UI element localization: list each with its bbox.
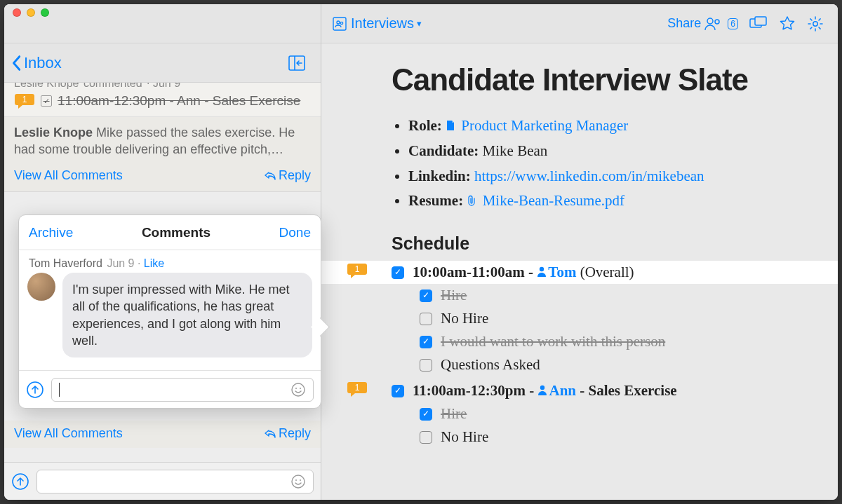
role-link[interactable]: Product Marketing Manager	[461, 117, 628, 134]
window-controls	[13, 8, 49, 17]
checkbox[interactable]	[420, 408, 432, 421]
share-button[interactable]: Share 6	[664, 13, 741, 34]
schedule-row[interactable]: 1 11:00am-12:30pm - Ann - Sales Exercise	[392, 379, 803, 402]
emoji-picker-button[interactable]	[290, 382, 306, 397]
option-hire[interactable]: Hire	[420, 402, 803, 425]
svg-point-22	[540, 386, 544, 390]
reply-link-2[interactable]: Reply	[265, 426, 311, 441]
sidebar-nav-bar: Inbox	[4, 43, 321, 83]
entry-actions: View All Comments Reply	[4, 163, 321, 191]
entry-todo: 11:00am-12:30pm - Ann - Sales Exercise	[41, 93, 311, 109]
like-button[interactable]: Like	[144, 257, 164, 269]
comment-meta: Tom Haverford Jun 9 · Like	[27, 257, 312, 273]
popover-body: Tom Haverford Jun 9 · Like I'm super imp…	[19, 250, 321, 357]
doc-icon	[446, 118, 459, 135]
entry-title-row: 1 11:00am-12:30pm - Ann - Sales Exercise	[4, 90, 321, 116]
view-all-comments-link[interactable]: View All Comments	[14, 168, 123, 183]
sidebar-header	[4, 4, 321, 43]
user-icon	[537, 264, 547, 280]
svg-point-12	[337, 21, 340, 24]
comments-popover: Archive Comments Done Tom Haverford Jun …	[18, 214, 321, 409]
checkbox[interactable]	[420, 336, 432, 348]
popover-header: Archive Comments Done	[19, 215, 321, 250]
user-icon	[537, 382, 547, 399]
send-up-icon	[11, 472, 29, 491]
avatar	[27, 273, 55, 301]
comment-count-badge[interactable]: 1	[14, 93, 35, 109]
user-tom-link[interactable]: Tom	[548, 264, 576, 280]
back-to-inbox[interactable]: Inbox	[11, 54, 62, 72]
chevron-down-icon: ▾	[417, 18, 422, 29]
checkbox[interactable]	[420, 313, 432, 325]
svg-point-4	[292, 475, 305, 488]
svg-text:1: 1	[22, 95, 27, 104]
popover-comment-input[interactable]	[51, 378, 314, 402]
reply-icon	[265, 170, 276, 180]
svg-point-13	[340, 22, 342, 24]
comment-bubble: I'm super impressed with Mike. He met al…	[62, 273, 312, 357]
resume-link[interactable]: Mike-Bean-Resume.pdf	[483, 192, 624, 209]
presentation-icon	[749, 16, 768, 32]
sidebar-collapse-button[interactable]	[284, 51, 309, 75]
sidebar: Inbox Leslie Knope commented · Jun 9	[4, 4, 321, 500]
svg-point-20	[540, 267, 544, 271]
send-button[interactable]	[11, 472, 29, 491]
option-nohire[interactable]: No Hire	[420, 307, 803, 330]
breadcrumb-interviews[interactable]: Interviews ▾	[333, 15, 422, 32]
option-questions[interactable]: Questions Asked	[420, 353, 803, 376]
schedule-item-ann: 1 11:00am-12:30pm - Ann - Sales Exercise…	[392, 379, 803, 449]
document-pane: Interviews ▾ Share 6 Candidate Interview…	[321, 4, 838, 500]
user-ann-link[interactable]: Ann	[549, 382, 576, 399]
checkbox-icon	[41, 95, 52, 107]
svg-point-10	[300, 388, 301, 389]
reply-icon	[265, 428, 276, 438]
comment-count-badge[interactable]: 1	[347, 381, 368, 397]
option-nohire[interactable]: No Hire	[420, 425, 803, 449]
svg-point-8	[292, 383, 305, 396]
sidebar-collapse-icon	[288, 55, 305, 71]
presentation-button[interactable]	[747, 13, 770, 34]
sidebar-comment-input[interactable]	[36, 470, 314, 493]
share-count: 6	[728, 18, 738, 29]
schedule-item-tom: 1 10:00am-11:00am - Tom (Overall) Hire N…	[392, 261, 803, 376]
back-label: Inbox	[24, 54, 62, 72]
maximize-window[interactable]	[41, 8, 49, 17]
checkbox[interactable]	[420, 431, 432, 444]
close-window[interactable]	[13, 8, 21, 17]
option-work-with[interactable]: I would want to work with this person	[420, 330, 803, 353]
svg-point-9	[295, 388, 297, 389]
smile-icon	[290, 382, 306, 397]
emoji-picker-button[interactable]	[290, 474, 306, 489]
svg-rect-17	[755, 17, 766, 25]
option-hire[interactable]: Hire	[420, 284, 803, 307]
activity-entry[interactable]: Leslie Knope commented · Jun 9 1 11:00am…	[4, 83, 321, 192]
done-button[interactable]: Done	[279, 225, 311, 240]
checkbox[interactable]	[420, 359, 432, 372]
entry-actions-2: View All Comments Reply	[4, 421, 321, 448]
app-window: Inbox Leslie Knope commented · Jun 9	[4, 4, 838, 500]
comment-count-badge[interactable]: 1	[347, 262, 368, 279]
paperclip-icon	[467, 193, 480, 210]
archive-button[interactable]: Archive	[29, 225, 73, 240]
document-title: Candidate Interview Slate	[392, 63, 803, 97]
checkbox[interactable]	[392, 385, 404, 397]
send-button[interactable]	[26, 381, 44, 399]
svg-point-18	[813, 21, 817, 25]
minimize-window[interactable]	[27, 8, 35, 17]
svg-text:1: 1	[355, 383, 360, 393]
linkedin-link[interactable]: https://www.linkedin.com/in/mikebean	[474, 168, 704, 184]
smile-icon	[290, 474, 306, 489]
document-body[interactable]: Candidate Interview Slate Role: Product …	[321, 43, 838, 500]
send-up-icon	[26, 381, 44, 399]
svg-text:1: 1	[355, 264, 360, 274]
star-button[interactable]	[776, 13, 798, 35]
entry-comment-preview: Leslie Knope Mike passed the sales exerc…	[4, 116, 321, 163]
reply-link[interactable]: Reply	[265, 168, 311, 183]
view-all-comments-link-2[interactable]: View All Comments	[14, 426, 123, 441]
schedule-row[interactable]: 1 10:00am-11:00am - Tom (Overall)	[321, 261, 838, 284]
sidebar-compose	[4, 462, 321, 500]
checkbox[interactable]	[392, 266, 404, 279]
checkbox[interactable]	[420, 290, 432, 302]
settings-button[interactable]	[804, 13, 827, 35]
svg-point-5	[295, 479, 297, 481]
